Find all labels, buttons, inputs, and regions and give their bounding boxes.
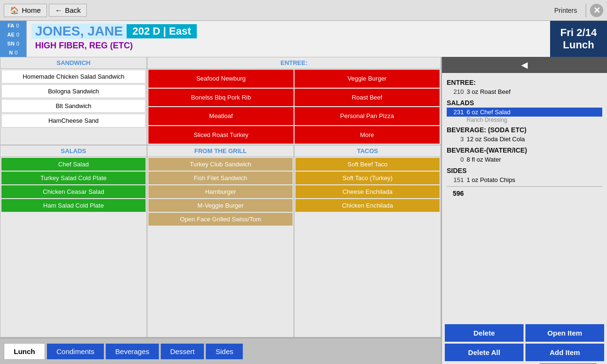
date-box: Fri 2/14 Lunch — [550, 21, 607, 57]
home-label: Home — [22, 6, 41, 14]
badge-fa: FA0 — [0, 21, 27, 30]
order-sides-title: SIDES — [447, 167, 602, 174]
order-salads-name: 6 oz Chef Salad — [467, 109, 602, 116]
tacos-item-2[interactable]: Soft Taco (Turkey) — [295, 172, 440, 184]
order-salads-title: SALADS — [447, 99, 602, 107]
order-entree-title: ENTREE: — [447, 79, 602, 86]
panels-row: SANDWICH Homemade Chicken Salad Sandwich… — [0, 57, 607, 364]
entree-item-8[interactable]: More — [294, 126, 440, 144]
top-bar: 🏠 Home ← Back Printers ✕ — [0, 0, 607, 21]
salads-section: SALADS Chef Salad Turkey Salad Cold Plat… — [0, 145, 147, 337]
entree-title: ENTREE: — [147, 57, 441, 69]
grill-item-3[interactable]: Hamburger — [148, 185, 293, 198]
delete-all-button[interactable]: Delete All — [445, 344, 524, 361]
grill-items: Turkey Club Sandwich Fish Filet Sandwich… — [147, 157, 294, 337]
home-button[interactable]: 🏠 Home — [4, 4, 47, 17]
sandwich-item-3[interactable]: Blt Sandwich — [1, 99, 146, 113]
order-total-row: 596 — [447, 186, 602, 200]
tacos-item-4[interactable]: Chicken Enchilada — [295, 199, 440, 212]
entree-item-5[interactable]: Veggie Burger — [294, 70, 440, 88]
salads-title: SALADS — [0, 146, 147, 157]
tacos-title: TACOS — [294, 146, 441, 157]
entree-section: ENTREE: Seafood Newburg Veggie Burger Bo… — [147, 57, 441, 145]
bottom-tabs: Lunch Condiments Beverages Dessert Sides — [0, 337, 441, 364]
add-item-button[interactable]: Add Item — [525, 344, 604, 361]
salads-item-2[interactable]: Turkey Salad Cold Plate — [1, 172, 146, 184]
order-bev-soda-title: BEVERAGE: (SODA ETC) — [447, 126, 602, 134]
entree-item-7[interactable]: Personal Pan Pizza — [294, 107, 440, 125]
date-label: Fri 2/14 — [560, 27, 597, 39]
sandwich-item-4[interactable]: HamCheese Sand — [1, 114, 146, 127]
right-panel-buttons: Delete Open Item Delete All Add Item — [442, 321, 607, 364]
entree-item-2[interactable]: Bonelss Bbq Pork Rib — [148, 89, 294, 107]
close-button[interactable]: ✕ — [590, 4, 603, 17]
patient-info: JONES, JANE 202 D | East HIGH FIBER, REG… — [27, 21, 550, 57]
sandwich-item-1[interactable]: Homemade Chicken Salad Sandwich — [1, 70, 146, 83]
delete-button[interactable]: Delete — [445, 324, 524, 342]
meal-label: Lunch — [563, 39, 594, 51]
sandwich-section: SANDWICH Homemade Chicken Salad Sandwich… — [0, 57, 147, 145]
salads-item-1[interactable]: Chef Salad — [1, 158, 146, 171]
tacos-item-1[interactable]: Soft Beef Taco — [295, 158, 440, 171]
order-salads-sub: Ranch Dressing — [447, 117, 602, 123]
tab-dessert[interactable]: Dessert — [161, 344, 204, 359]
order-salads-item[interactable]: 231 6 oz Chef Salad — [447, 108, 602, 117]
back-button[interactable]: ← Back — [49, 4, 87, 17]
tacos-items: Soft Beef Taco Soft Taco (Turkey) Cheese… — [294, 157, 441, 337]
patient-room: 202 D | East — [127, 24, 197, 38]
top-menu-row: SANDWICH Homemade Chicken Salad Sandwich… — [0, 57, 441, 145]
entree-item-1[interactable]: Seafood Newburg — [148, 70, 294, 88]
btn-row-top: Delete Open Item — [445, 324, 604, 342]
badge-ae: AE0 — [0, 30, 27, 39]
sandwich-item-2[interactable]: Bologna Sandwich — [1, 84, 146, 98]
order-entree-name: 3 oz Roast Beef — [467, 88, 602, 95]
tab-condiments[interactable]: Condiments — [47, 344, 104, 359]
entree-items: Seafood Newburg Veggie Burger Bonelss Bb… — [147, 69, 441, 145]
tab-lunch[interactable]: Lunch — [4, 343, 45, 360]
order-sides-name: 1 oz Potato Chips — [467, 176, 602, 183]
grill-item-1[interactable]: Turkey Club Sandwich — [148, 158, 293, 171]
badge-n: N0 — [0, 48, 27, 57]
order-sides-item: 151 1 oz Potato Chips — [447, 175, 602, 184]
salads-item-3[interactable]: Chicken Ceasar Salad — [1, 185, 146, 198]
order-bev-water-cal: 0 — [447, 156, 464, 163]
badge-column: FA0 AE0 SN0 N0 — [0, 21, 27, 57]
entree-item-6[interactable]: Roast Beef — [294, 89, 440, 107]
grill-title: FROM THE GRILL — [147, 146, 294, 157]
tacos-item-3[interactable]: Cheese Enchilada — [295, 185, 440, 198]
grill-item-5[interactable]: Open Face Grilled Swiss/Tom — [148, 213, 293, 226]
patient-header: FA0 AE0 SN0 N0 JONES, JANE 202 D | East … — [0, 21, 607, 57]
divider — [586, 4, 586, 17]
tab-sides[interactable]: Sides — [206, 344, 243, 359]
sandwich-items: Homemade Chicken Salad Sandwich Bologna … — [0, 69, 147, 145]
entree-item-4[interactable]: Sliced Roast Turkey — [148, 126, 294, 144]
right-panel: ◀ ENTREE: 210 3 oz Roast Beef SALADS 231… — [441, 57, 607, 364]
badge-sn: SN0 — [0, 39, 27, 48]
grill-item-4[interactable]: M-Veggie Burger — [148, 199, 293, 212]
printers-button[interactable]: Printers — [554, 7, 577, 14]
order-sides-cal: 151 — [447, 176, 464, 183]
bottom-menu-row: SALADS Chef Salad Turkey Salad Cold Plat… — [0, 145, 441, 337]
entree-item-3[interactable]: Meatloaf — [148, 107, 294, 125]
order-bev-soda-name: 12 oz Soda Diet Cola — [467, 136, 602, 143]
order-bev-water-item: 0 8 fl oz Water — [447, 155, 602, 164]
patient-diet: HIGH FIBER, REG (ETC) — [31, 41, 545, 51]
open-item-button[interactable]: Open Item — [525, 324, 604, 342]
order-bev-soda-item: 3 12 oz Soda Diet Cola — [447, 135, 602, 144]
order-salads-cal: 231 — [447, 109, 464, 116]
grill-item-2[interactable]: Fish Filet Sandwich — [148, 172, 293, 184]
order-total-cal: 596 — [447, 190, 464, 197]
order-bev-water-name: 8 fl oz Water — [467, 156, 602, 163]
salads-item-4[interactable]: Ham Salad Cold Plate — [1, 199, 146, 212]
order-bev-soda-cal: 3 — [447, 136, 464, 143]
order-entree-cal: 210 — [447, 88, 464, 95]
btn-row-bottom: Delete All Add Item — [445, 344, 604, 361]
tacos-section: TACOS Soft Beef Taco Soft Taco (Turkey) … — [294, 145, 441, 337]
grill-section: FROM THE GRILL Turkey Club Sandwich Fish… — [147, 145, 294, 337]
salads-items: Chef Salad Turkey Salad Cold Plate Chick… — [0, 157, 147, 337]
left-panels: SANDWICH Homemade Chicken Salad Sandwich… — [0, 57, 441, 364]
collapse-arrow-button[interactable]: ◀ — [442, 57, 607, 73]
order-entree-item: 210 3 oz Roast Beef — [447, 87, 602, 96]
tab-beverages[interactable]: Beverages — [106, 344, 159, 359]
back-arrow-icon: ← — [55, 6, 62, 14]
